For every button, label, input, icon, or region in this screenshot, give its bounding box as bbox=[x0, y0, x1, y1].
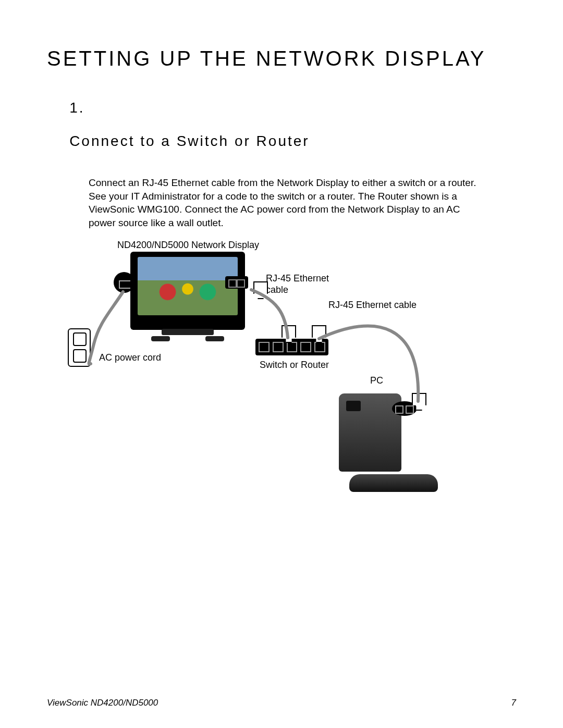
label-display-model: ND4200/ND5000 Network Display bbox=[117, 240, 259, 251]
label-ac-power-cord: AC power cord bbox=[99, 352, 161, 364]
display-ethernet-ports-icon bbox=[225, 276, 248, 289]
footer-page-number: 7 bbox=[511, 698, 516, 708]
section-heading: 1. Connect to a Switch or Router bbox=[47, 83, 516, 166]
rj45-connector-icon bbox=[412, 393, 426, 411]
label-rj45-cable-2: RJ-45 Ethernet cable bbox=[328, 300, 417, 311]
section-heading-text: Connect to a Switch or Router bbox=[69, 133, 310, 149]
rj45-connector-icon bbox=[282, 325, 296, 343]
network-display-icon bbox=[130, 252, 245, 330]
pc-ethernet-port-icon bbox=[392, 401, 417, 416]
switch-router-icon bbox=[255, 339, 328, 355]
wall-outlet-icon bbox=[68, 328, 91, 367]
label-rj45-cable-1: RJ-45 Ethernet cable bbox=[266, 273, 329, 295]
section-body: Connect an RJ-45 Ethernet cable from the… bbox=[89, 176, 485, 230]
keyboard-icon bbox=[349, 474, 438, 492]
page-title: SETTING UP THE NETWORK DISPLAY bbox=[47, 47, 516, 70]
label-pc: PC bbox=[370, 375, 383, 387]
rj45-connector-icon bbox=[253, 281, 268, 299]
ac-port-icon bbox=[114, 272, 134, 293]
pc-tower-icon bbox=[339, 393, 401, 472]
rj45-connector-icon bbox=[312, 325, 326, 343]
label-switch-router: Switch or Router bbox=[260, 360, 329, 371]
footer-doc-title: ViewSonic ND4200/ND5000 bbox=[47, 698, 158, 708]
section-number: 1. bbox=[69, 100, 84, 116]
